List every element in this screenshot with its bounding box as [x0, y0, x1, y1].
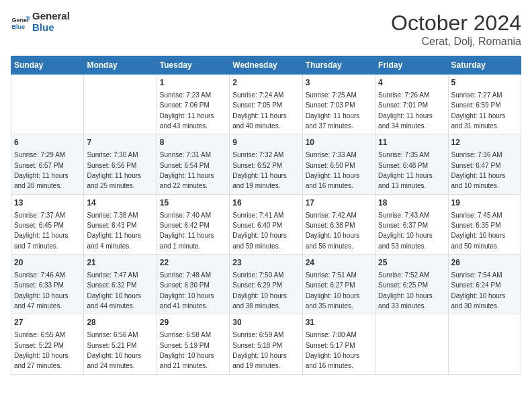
day-number: 21	[87, 257, 153, 269]
svg-text:Blue: Blue	[11, 23, 25, 30]
day-number: 4	[378, 77, 445, 89]
calendar-cell: 25Sunrise: 7:52 AMSunset: 6:25 PMDayligh…	[375, 255, 448, 314]
weekday-header-tuesday: Tuesday	[157, 56, 229, 75]
day-number: 7	[87, 137, 153, 148]
weekday-header-row: SundayMondayTuesdayWednesdayThursdayFrid…	[11, 56, 521, 75]
calendar-cell: 16Sunrise: 7:41 AMSunset: 6:40 PMDayligh…	[230, 194, 302, 254]
day-number: 24	[306, 257, 372, 269]
day-info: Sunrise: 7:42 AMSunset: 6:38 PMDaylight:…	[306, 212, 360, 250]
week-row-2: 6Sunrise: 7:29 AMSunset: 6:57 PMDaylight…	[11, 134, 521, 194]
calendar-cell: 31Sunrise: 7:00 AMSunset: 5:17 PMDayligh…	[302, 314, 375, 374]
calendar-cell: 14Sunrise: 7:38 AMSunset: 6:43 PMDayligh…	[84, 194, 157, 254]
day-number: 12	[451, 137, 518, 148]
day-number: 29	[160, 317, 226, 328]
logo-general: General	[32, 11, 70, 22]
day-number: 6	[14, 137, 81, 148]
calendar-cell: 22Sunrise: 7:48 AMSunset: 6:30 PMDayligh…	[157, 255, 229, 314]
calendar-cell: 8Sunrise: 7:31 AMSunset: 6:54 PMDaylight…	[157, 134, 229, 194]
day-number: 8	[160, 137, 226, 148]
calendar-cell: 4Sunrise: 7:26 AMSunset: 7:01 PMDaylight…	[375, 75, 448, 134]
calendar-cell: 18Sunrise: 7:43 AMSunset: 6:37 PMDayligh…	[375, 194, 448, 254]
calendar-cell: 30Sunrise: 6:59 AMSunset: 5:18 PMDayligh…	[230, 314, 302, 374]
calendar-title: October 2024	[391, 11, 521, 36]
weekday-header-saturday: Saturday	[448, 56, 521, 75]
day-info: Sunrise: 7:31 AMSunset: 6:54 PMDaylight:…	[160, 151, 214, 189]
calendar-cell: 20Sunrise: 7:46 AMSunset: 6:33 PMDayligh…	[11, 255, 84, 314]
calendar-cell: 26Sunrise: 7:54 AMSunset: 6:24 PMDayligh…	[448, 255, 521, 314]
calendar-cell: 19Sunrise: 7:45 AMSunset: 6:35 PMDayligh…	[448, 194, 521, 254]
calendar-cell: 3Sunrise: 7:25 AMSunset: 7:03 PMDaylight…	[302, 75, 375, 134]
day-info: Sunrise: 7:47 AMSunset: 6:32 PMDaylight:…	[87, 271, 141, 310]
calendar-cell: 24Sunrise: 7:51 AMSunset: 6:27 PMDayligh…	[302, 255, 375, 314]
calendar-cell: 11Sunrise: 7:35 AMSunset: 6:48 PMDayligh…	[375, 134, 448, 194]
day-info: Sunrise: 7:00 AMSunset: 5:17 PMDaylight:…	[306, 331, 360, 369]
weekday-header-monday: Monday	[84, 56, 157, 75]
day-info: Sunrise: 7:25 AMSunset: 7:03 PMDaylight:…	[306, 91, 360, 130]
day-info: Sunrise: 7:48 AMSunset: 6:30 PMDaylight:…	[160, 271, 214, 310]
day-number: 9	[232, 137, 299, 148]
week-row-4: 20Sunrise: 7:46 AMSunset: 6:33 PMDayligh…	[11, 255, 521, 314]
day-info: Sunrise: 7:41 AMSunset: 6:40 PMDaylight:…	[232, 212, 287, 250]
day-info: Sunrise: 7:54 AMSunset: 6:24 PMDaylight:…	[451, 271, 506, 310]
day-info: Sunrise: 7:43 AMSunset: 6:37 PMDaylight:…	[378, 212, 433, 250]
weekday-header-friday: Friday	[375, 56, 448, 75]
day-info: Sunrise: 7:26 AMSunset: 7:01 PMDaylight:…	[378, 91, 433, 130]
logo-icon: General Blue	[11, 13, 30, 32]
day-number: 26	[451, 257, 518, 269]
day-info: Sunrise: 7:52 AMSunset: 6:25 PMDaylight:…	[378, 271, 433, 310]
calendar-cell: 13Sunrise: 7:37 AMSunset: 6:45 PMDayligh…	[11, 194, 84, 254]
day-info: Sunrise: 7:46 AMSunset: 6:33 PMDaylight:…	[14, 271, 69, 310]
day-number: 2	[232, 77, 299, 89]
day-number: 22	[160, 257, 226, 269]
calendar-cell: 7Sunrise: 7:30 AMSunset: 6:56 PMDaylight…	[84, 134, 157, 194]
day-number: 28	[87, 317, 153, 328]
day-number: 5	[451, 77, 518, 89]
day-info: Sunrise: 7:50 AMSunset: 6:29 PMDaylight:…	[232, 271, 287, 310]
day-number: 14	[87, 197, 153, 209]
calendar-table: SundayMondayTuesdayWednesdayThursdayFrid…	[11, 56, 521, 375]
day-info: Sunrise: 7:38 AMSunset: 6:43 PMDaylight:…	[87, 212, 141, 250]
day-info: Sunrise: 7:51 AMSunset: 6:27 PMDaylight:…	[306, 271, 360, 310]
calendar-cell: 2Sunrise: 7:24 AMSunset: 7:05 PMDaylight…	[230, 75, 302, 134]
day-info: Sunrise: 7:29 AMSunset: 6:57 PMDaylight:…	[14, 151, 69, 189]
day-number: 18	[378, 197, 445, 209]
day-info: Sunrise: 7:27 AMSunset: 6:59 PMDaylight:…	[451, 91, 506, 130]
day-info: Sunrise: 6:59 AMSunset: 5:18 PMDaylight:…	[232, 331, 287, 369]
logo-blue: Blue	[32, 22, 70, 34]
day-number: 1	[160, 77, 226, 89]
calendar-cell	[375, 314, 448, 374]
day-info: Sunrise: 7:33 AMSunset: 6:50 PMDaylight:…	[306, 151, 360, 189]
week-row-5: 27Sunrise: 6:55 AMSunset: 5:22 PMDayligh…	[11, 314, 521, 374]
calendar-cell: 27Sunrise: 6:55 AMSunset: 5:22 PMDayligh…	[11, 314, 84, 374]
calendar-cell: 21Sunrise: 7:47 AMSunset: 6:32 PMDayligh…	[84, 255, 157, 314]
day-info: Sunrise: 7:45 AMSunset: 6:35 PMDaylight:…	[451, 212, 506, 250]
weekday-header-sunday: Sunday	[11, 56, 84, 75]
day-info: Sunrise: 6:55 AMSunset: 5:22 PMDaylight:…	[14, 331, 69, 369]
day-number: 27	[14, 317, 81, 328]
day-info: Sunrise: 7:32 AMSunset: 6:52 PMDaylight:…	[232, 151, 287, 189]
calendar-cell: 28Sunrise: 6:56 AMSunset: 5:21 PMDayligh…	[84, 314, 157, 374]
weekday-header-thursday: Thursday	[302, 56, 375, 75]
day-number: 30	[232, 317, 299, 328]
calendar-cell: 17Sunrise: 7:42 AMSunset: 6:38 PMDayligh…	[302, 194, 375, 254]
day-number: 15	[160, 197, 226, 209]
calendar-cell	[11, 75, 84, 134]
calendar-cell	[448, 314, 521, 374]
day-number: 16	[232, 197, 299, 209]
title-block: October 2024 Cerat, Dolj, Romania	[391, 11, 521, 48]
day-info: Sunrise: 7:30 AMSunset: 6:56 PMDaylight:…	[87, 151, 141, 189]
day-info: Sunrise: 7:24 AMSunset: 7:05 PMDaylight:…	[232, 91, 287, 130]
day-info: Sunrise: 6:56 AMSunset: 5:21 PMDaylight:…	[87, 331, 141, 369]
calendar-cell	[84, 75, 157, 134]
week-row-3: 13Sunrise: 7:37 AMSunset: 6:45 PMDayligh…	[11, 194, 521, 254]
svg-text:General: General	[11, 17, 30, 24]
day-number: 31	[306, 317, 372, 328]
day-number: 13	[14, 197, 81, 209]
calendar-subtitle: Cerat, Dolj, Romania	[391, 36, 521, 48]
day-number: 11	[378, 137, 445, 148]
day-number: 20	[14, 257, 81, 269]
day-number: 23	[232, 257, 299, 269]
calendar-cell: 9Sunrise: 7:32 AMSunset: 6:52 PMDaylight…	[230, 134, 302, 194]
calendar-cell: 23Sunrise: 7:50 AMSunset: 6:29 PMDayligh…	[230, 255, 302, 314]
day-info: Sunrise: 7:23 AMSunset: 7:06 PMDaylight:…	[160, 91, 214, 130]
